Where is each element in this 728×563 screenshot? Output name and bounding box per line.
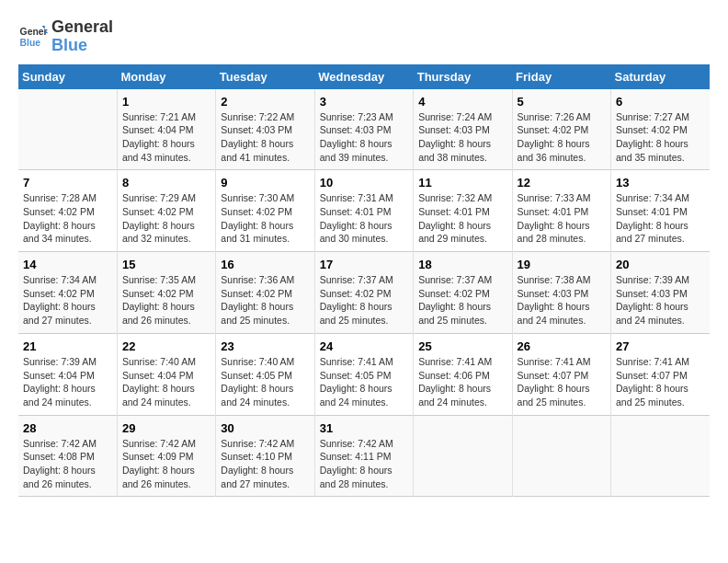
day-number: 10 [320,176,408,190]
logo-text: GeneralBlue [51,18,113,55]
day-info: Sunrise: 7:42 AM Sunset: 4:11 PM Dayligh… [320,437,408,491]
day-number: 26 [518,339,606,353]
calendar-cell: 16Sunrise: 7:36 AM Sunset: 4:02 PM Dayli… [216,252,314,334]
day-info: Sunrise: 7:27 AM Sunset: 4:02 PM Dayligh… [616,110,705,165]
calendar-cell: 3Sunrise: 7:23 AM Sunset: 4:03 PM Daylig… [314,89,413,170]
day-info: Sunrise: 7:21 AM Sunset: 4:04 PM Dayligh… [122,110,210,165]
day-number: 20 [616,258,705,271]
day-info: Sunrise: 7:39 AM Sunset: 4:03 PM Dayligh… [616,273,705,327]
calendar-cell: 25Sunrise: 7:41 AM Sunset: 4:06 PM Dayli… [414,333,512,415]
day-number: 8 [122,176,210,190]
calendar-cell: 26Sunrise: 7:41 AM Sunset: 4:07 PM Dayli… [512,333,610,415]
weekday-header-saturday: Saturday [611,64,710,89]
day-info: Sunrise: 7:32 AM Sunset: 4:01 PM Dayligh… [418,191,506,246]
day-number: 13 [616,176,705,190]
day-info: Sunrise: 7:26 AM Sunset: 4:02 PM Dayligh… [518,110,606,165]
calendar-cell: 11Sunrise: 7:32 AM Sunset: 4:01 PM Dayli… [414,170,512,252]
day-info: Sunrise: 7:41 AM Sunset: 4:07 PM Dayligh… [616,355,705,409]
day-number: 18 [418,258,506,271]
calendar-cell [414,415,512,497]
calendar-cell: 14Sunrise: 7:34 AM Sunset: 4:02 PM Dayli… [18,252,117,334]
day-number: 19 [518,258,606,271]
day-info: Sunrise: 7:41 AM Sunset: 4:05 PM Dayligh… [320,355,408,409]
day-number: 14 [23,258,112,271]
day-info: Sunrise: 7:34 AM Sunset: 4:02 PM Dayligh… [23,273,112,327]
calendar-cell [512,415,610,497]
weekday-header-monday: Monday [117,64,215,89]
day-info: Sunrise: 7:39 AM Sunset: 4:04 PM Dayligh… [23,355,112,409]
calendar-cell: 18Sunrise: 7:37 AM Sunset: 4:02 PM Dayli… [414,252,512,334]
calendar-week-row: 14Sunrise: 7:34 AM Sunset: 4:02 PM Dayli… [18,252,710,334]
day-number: 27 [616,339,705,353]
day-number: 4 [418,95,506,109]
day-info: Sunrise: 7:28 AM Sunset: 4:02 PM Dayligh… [23,191,112,246]
day-number: 29 [122,421,210,435]
calendar-table: SundayMondayTuesdayWednesdayThursdayFrid… [18,64,710,498]
day-info: Sunrise: 7:42 AM Sunset: 4:10 PM Dayligh… [221,437,309,491]
day-number: 21 [23,339,112,353]
day-number: 30 [221,421,309,435]
day-info: Sunrise: 7:37 AM Sunset: 4:02 PM Dayligh… [418,273,506,327]
calendar-cell: 23Sunrise: 7:40 AM Sunset: 4:05 PM Dayli… [216,333,314,415]
calendar-cell: 6Sunrise: 7:27 AM Sunset: 4:02 PM Daylig… [611,89,710,170]
calendar-week-row: 21Sunrise: 7:39 AM Sunset: 4:04 PM Dayli… [18,333,710,415]
calendar-cell: 2Sunrise: 7:22 AM Sunset: 4:03 PM Daylig… [216,89,314,170]
calendar-week-row: 1Sunrise: 7:21 AM Sunset: 4:04 PM Daylig… [18,89,710,170]
day-number: 9 [221,176,309,190]
calendar-cell: 27Sunrise: 7:41 AM Sunset: 4:07 PM Dayli… [611,333,710,415]
day-info: Sunrise: 7:33 AM Sunset: 4:01 PM Dayligh… [518,191,606,246]
day-info: Sunrise: 7:41 AM Sunset: 4:06 PM Dayligh… [418,355,506,409]
day-number: 6 [616,95,705,109]
calendar-cell: 8Sunrise: 7:29 AM Sunset: 4:02 PM Daylig… [117,170,215,252]
calendar-cell: 5Sunrise: 7:26 AM Sunset: 4:02 PM Daylig… [512,89,610,170]
day-info: Sunrise: 7:23 AM Sunset: 4:03 PM Dayligh… [320,110,408,165]
day-info: Sunrise: 7:35 AM Sunset: 4:02 PM Dayligh… [122,273,210,327]
day-info: Sunrise: 7:42 AM Sunset: 4:08 PM Dayligh… [23,437,112,491]
day-info: Sunrise: 7:29 AM Sunset: 4:02 PM Dayligh… [122,191,210,246]
day-info: Sunrise: 7:38 AM Sunset: 4:03 PM Dayligh… [518,273,606,327]
calendar-cell: 31Sunrise: 7:42 AM Sunset: 4:11 PM Dayli… [314,415,413,497]
day-number: 15 [122,258,210,271]
calendar-cell: 22Sunrise: 7:40 AM Sunset: 4:04 PM Dayli… [117,333,215,415]
calendar-cell [611,415,710,497]
weekday-header-friday: Friday [512,64,610,89]
day-info: Sunrise: 7:42 AM Sunset: 4:09 PM Dayligh… [122,437,210,491]
weekday-header-thursday: Thursday [414,64,512,89]
day-info: Sunrise: 7:36 AM Sunset: 4:02 PM Dayligh… [221,273,309,327]
day-info: Sunrise: 7:40 AM Sunset: 4:04 PM Dayligh… [122,355,210,409]
logo: General Blue GeneralBlue [18,18,113,55]
day-info: Sunrise: 7:22 AM Sunset: 4:03 PM Dayligh… [221,110,309,165]
day-info: Sunrise: 7:30 AM Sunset: 4:02 PM Dayligh… [221,191,309,246]
calendar-week-row: 28Sunrise: 7:42 AM Sunset: 4:08 PM Dayli… [18,415,710,497]
day-number: 22 [122,339,210,353]
calendar-cell: 28Sunrise: 7:42 AM Sunset: 4:08 PM Dayli… [18,415,117,497]
page-header: General Blue GeneralBlue [18,18,710,55]
day-number: 23 [221,339,309,353]
weekday-header-row: SundayMondayTuesdayWednesdayThursdayFrid… [18,64,710,89]
svg-text:General: General [20,27,48,37]
calendar-cell: 24Sunrise: 7:41 AM Sunset: 4:05 PM Dayli… [314,333,413,415]
day-number: 12 [518,176,606,190]
day-number: 5 [518,95,606,109]
day-number: 28 [23,421,112,435]
calendar-cell: 21Sunrise: 7:39 AM Sunset: 4:04 PM Dayli… [18,333,117,415]
day-info: Sunrise: 7:24 AM Sunset: 4:03 PM Dayligh… [418,110,506,165]
day-info: Sunrise: 7:40 AM Sunset: 4:05 PM Dayligh… [221,355,309,409]
day-number: 3 [320,95,408,109]
calendar-cell: 19Sunrise: 7:38 AM Sunset: 4:03 PM Dayli… [512,252,610,334]
calendar-week-row: 7Sunrise: 7:28 AM Sunset: 4:02 PM Daylig… [18,170,710,252]
day-number: 11 [418,176,506,190]
day-number: 17 [320,258,408,271]
calendar-cell: 29Sunrise: 7:42 AM Sunset: 4:09 PM Dayli… [117,415,215,497]
calendar-cell: 7Sunrise: 7:28 AM Sunset: 4:02 PM Daylig… [18,170,117,252]
calendar-cell: 17Sunrise: 7:37 AM Sunset: 4:02 PM Dayli… [314,252,413,334]
calendar-cell: 15Sunrise: 7:35 AM Sunset: 4:02 PM Dayli… [117,252,215,334]
day-number: 16 [221,258,309,271]
day-number: 2 [221,95,309,109]
day-info: Sunrise: 7:34 AM Sunset: 4:01 PM Dayligh… [616,191,705,246]
day-number: 31 [320,421,408,435]
calendar-cell: 1Sunrise: 7:21 AM Sunset: 4:04 PM Daylig… [117,89,215,170]
weekday-header-sunday: Sunday [18,64,117,89]
calendar-cell: 13Sunrise: 7:34 AM Sunset: 4:01 PM Dayli… [611,170,710,252]
calendar-cell: 9Sunrise: 7:30 AM Sunset: 4:02 PM Daylig… [216,170,314,252]
